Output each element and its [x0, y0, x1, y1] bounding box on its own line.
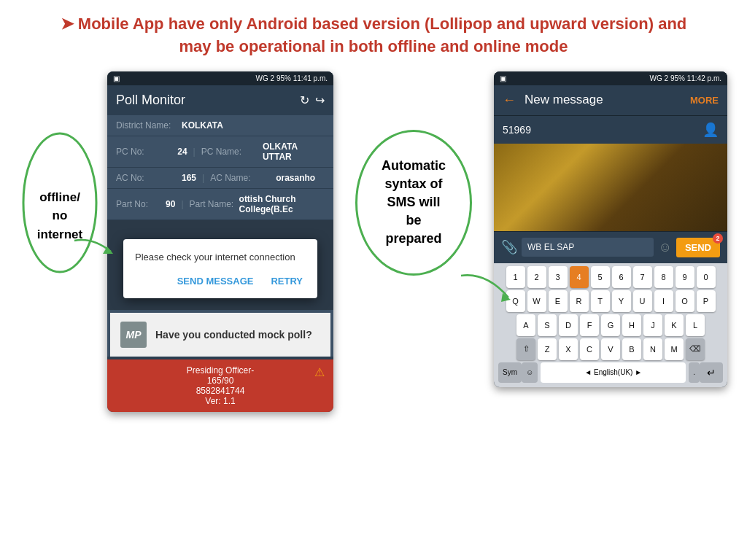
key-b[interactable]: B	[622, 338, 641, 360]
oval-line2: syntax of	[384, 176, 442, 191]
retry-button[interactable]: RETRY	[268, 273, 306, 289]
pc-row: PC No: 24 | PC Name: OLKATA UTTAR	[107, 136, 333, 168]
key-t[interactable]: T	[591, 290, 610, 312]
oval-line5: prepared	[385, 231, 441, 246]
key-6[interactable]: 6	[612, 266, 631, 288]
message-input-row: 📎 ☺ SEND 2	[494, 231, 727, 263]
key-j[interactable]: J	[643, 314, 662, 336]
key-f[interactable]: F	[580, 314, 599, 336]
ac-name-label: AC Name:	[210, 173, 276, 183]
ac-no-value: 165	[182, 173, 196, 183]
part-no-label: Part No:	[116, 199, 166, 209]
key-d[interactable]: D	[559, 314, 578, 336]
key-4[interactable]: 4	[570, 266, 589, 288]
key-9[interactable]: 9	[676, 266, 694, 288]
send-badge: 2	[713, 233, 723, 244]
title-arrow: ➤	[61, 15, 74, 33]
to-number: 51969	[503, 124, 531, 136]
ac-row: AC No: 165 | AC Name: orasanho	[107, 168, 333, 189]
keyboard-row-qwerty: Q W E R T Y U I O P	[495, 290, 726, 312]
district-row: District Name: KOLKATA	[107, 115, 333, 136]
back-icon[interactable]: ←	[503, 93, 516, 108]
key-u[interactable]: U	[633, 290, 652, 312]
keyboard: 1 2 3 4 5 6 7 8 9 0 Q W E R T Y	[494, 263, 727, 387]
presiding-officer-label: Presiding Officer-	[116, 365, 325, 376]
to-number-row: 51969 👤	[494, 115, 727, 144]
offline-label-line2: no	[53, 209, 68, 222]
key-h[interactable]: H	[622, 314, 641, 336]
key-o[interactable]: O	[676, 290, 694, 312]
sym-key[interactable]: Sym	[498, 362, 522, 383]
right-status-text: WG 2 95% 11:42 p.m.	[650, 74, 721, 82]
offline-label-line1: offline/	[39, 190, 80, 204]
left-status-bar: ▣ WG 2 95% 11:41 p.m.	[107, 71, 333, 85]
key-n[interactable]: N	[643, 338, 662, 360]
more-button[interactable]: MORE	[690, 95, 719, 106]
key-3[interactable]: 3	[549, 266, 568, 288]
emoji-key[interactable]: ☺	[522, 362, 538, 383]
oval-to-phone-arrow	[457, 268, 516, 312]
middle-section: Automatic syntax of SMS will be prepared	[355, 130, 472, 276]
key-m[interactable]: M	[665, 338, 684, 360]
part-name-value: ottish Church College(B.Ec	[239, 194, 325, 214]
part-no-value: 90	[166, 199, 175, 209]
message-input[interactable]	[522, 238, 654, 257]
enter-key[interactable]: ↵	[700, 362, 723, 383]
dialog-actions: SEND MESSAGE RETRY	[135, 273, 306, 292]
keyboard-row-numbers: 1 2 3 4 5 6 7 8 9 0	[495, 266, 726, 288]
key-5[interactable]: 5	[591, 266, 610, 288]
key-l[interactable]: L	[686, 314, 705, 336]
attach-icon[interactable]: 📎	[501, 239, 517, 255]
photo-area	[494, 144, 727, 231]
mock-poll-row: MP Have you conducted mock poll?	[110, 313, 330, 357]
refresh-icon[interactable]: ↻	[300, 93, 309, 107]
phone-right: ▣ WG 2 95% 11:42 p.m. ← New message MORE…	[494, 71, 727, 387]
key-e[interactable]: E	[549, 290, 568, 312]
key-a[interactable]: A	[516, 314, 535, 336]
key-s[interactable]: S	[538, 314, 557, 336]
key-i[interactable]: I	[654, 290, 673, 312]
phone-left-body: District Name: KOLKATA PC No: 24 | PC Na…	[107, 115, 333, 357]
key-z[interactable]: Z	[538, 338, 557, 360]
delete-key[interactable]: ⌫	[686, 338, 705, 360]
keyboard-row-zxcv: ⇧ Z X C V B N M ⌫	[495, 338, 726, 360]
key-g[interactable]: G	[601, 314, 620, 336]
right-phone-header: ← New message MORE	[494, 85, 727, 115]
warning-icon: ⚠	[314, 365, 325, 379]
left-status-text: WG 2 95% 11:41 p.m.	[256, 74, 328, 82]
send-message-button[interactable]: SEND MESSAGE	[174, 273, 257, 289]
key-7[interactable]: 7	[633, 266, 652, 288]
arrow-to-phone	[71, 233, 115, 262]
key-x[interactable]: X	[559, 338, 578, 360]
oval-line3: SMS will	[387, 195, 440, 209]
title-area: ➤ Mobile App have only Android based ver…	[0, 0, 747, 66]
oval-line1: Automatic	[382, 158, 446, 173]
exit-icon[interactable]: ↪	[315, 93, 325, 107]
key-p[interactable]: P	[697, 290, 716, 312]
key-8[interactable]: 8	[654, 266, 673, 288]
key-c[interactable]: C	[580, 338, 599, 360]
key-k[interactable]: K	[665, 314, 684, 336]
ac-name-value: orasanho	[276, 173, 315, 183]
phone-left-header-icons: ↻ ↪	[300, 93, 325, 107]
new-message-title: New message	[525, 93, 603, 107]
key-r[interactable]: R	[570, 290, 589, 312]
period-key[interactable]: .	[689, 362, 700, 383]
key-v[interactable]: V	[601, 338, 620, 360]
key-w[interactable]: W	[527, 290, 546, 312]
contact-icon[interactable]: 👤	[703, 122, 719, 138]
space-key[interactable]: ◄ English(UK) ►	[541, 362, 686, 383]
app-version: Ver: 1.1	[116, 396, 325, 406]
send-button[interactable]: SEND 2	[676, 238, 720, 257]
phone-left-title: Poll Monitor	[116, 93, 185, 108]
phone-bottom-info: Presiding Officer- 165/90 8582841744 Ver…	[107, 359, 333, 412]
dialog-overlay: Please check your internet connection SE…	[107, 220, 333, 310]
key-0[interactable]: 0	[697, 266, 716, 288]
part-row: Part No: 90 | Part Name: ottish Church C…	[107, 189, 333, 220]
shift-key[interactable]: ⇧	[516, 338, 535, 360]
emoji-button[interactable]: ☺	[658, 240, 671, 255]
right-header-left: ← New message	[503, 93, 603, 108]
key-2[interactable]: 2	[527, 266, 546, 288]
key-y[interactable]: Y	[612, 290, 631, 312]
phone-left: ▣ WG 2 95% 11:41 p.m. Poll Monitor ↻ ↪ D…	[107, 71, 333, 412]
